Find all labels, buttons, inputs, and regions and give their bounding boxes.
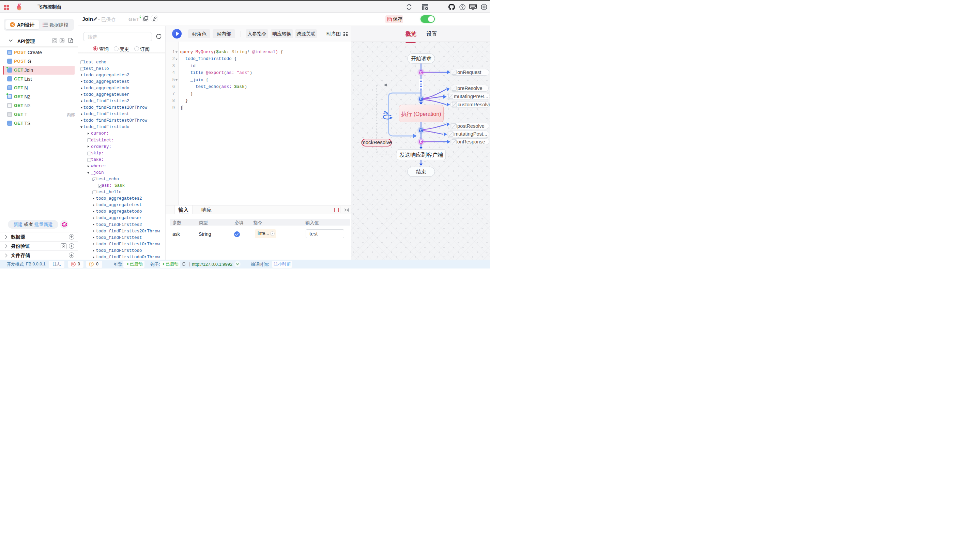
svg-text:customResolve: customResolve xyxy=(458,102,490,107)
svg-text:preResolve: preResolve xyxy=(457,86,482,91)
svg-text:mutatingPreR...: mutatingPreR... xyxy=(454,94,488,99)
svg-text:结束: 结束 xyxy=(416,168,426,175)
svg-text:onResponse: onResponse xyxy=(457,139,485,145)
svg-text:onRequest: onRequest xyxy=(457,70,481,75)
svg-text:发送响应到客户端: 发送响应到客户端 xyxy=(399,152,443,158)
svg-text:执行 (Operation): 执行 (Operation) xyxy=(401,111,441,117)
svg-text:postResolve: postResolve xyxy=(457,123,485,129)
svg-text:mockResolve: mockResolve xyxy=(361,139,392,145)
svg-text:开始请求: 开始请求 xyxy=(411,56,431,61)
svg-text:2s: 2s xyxy=(383,110,388,115)
svg-text:mutatingPost...: mutatingPost... xyxy=(454,131,487,137)
